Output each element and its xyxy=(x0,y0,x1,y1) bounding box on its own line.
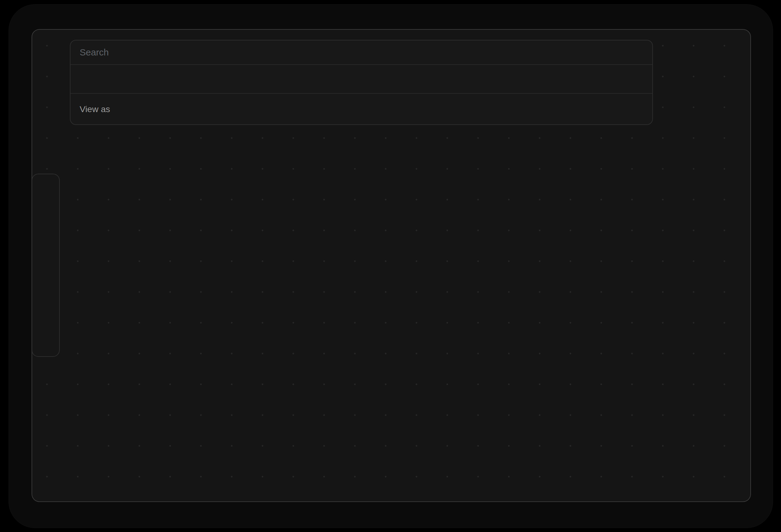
search-panel: View as xyxy=(70,40,653,125)
app-window: View as xyxy=(32,29,751,502)
search-row xyxy=(71,40,652,65)
search-input[interactable] xyxy=(71,47,652,57)
view-as-label: View as xyxy=(80,104,110,114)
view-as-row: View as xyxy=(71,94,652,124)
filter-row xyxy=(71,65,652,94)
sidebar xyxy=(32,174,60,357)
